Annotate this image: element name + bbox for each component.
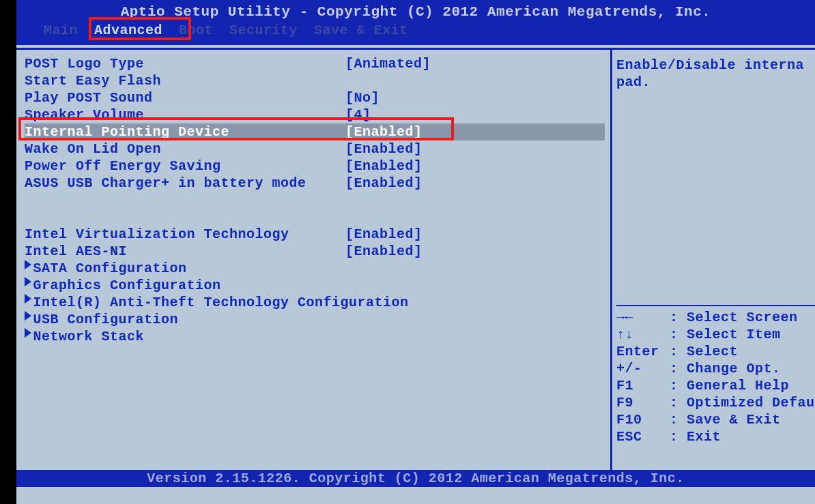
title-bar: Aptio Setup Utility - Copyright (C) 2012… [16,0,815,45]
help-key-row: →←: Select Screen [616,309,815,326]
setting-value: [Enabled] [345,175,423,192]
footer-bar: Version 2.15.1226. Copyright (C) 2012 Am… [16,470,815,487]
help-key-desc: : Select Screen [670,309,798,326]
setting-label: Intel AES-NI [25,243,345,260]
help-key: F9 [616,394,670,411]
title-text: Aptio Setup Utility - Copyright (C) 2012… [16,3,815,20]
help-description: Enable/Disable interna pad. [612,50,815,91]
help-key: →← [616,309,670,326]
help-key: ESC [616,428,670,445]
menu-save-exit[interactable]: Save & Exit [306,21,416,40]
help-key-desc: : Exit [670,428,721,445]
help-key: F1 [616,377,670,394]
help-key-row: Enter: Select [616,343,815,360]
help-key-row: F1: General Help [616,377,815,394]
setting-label: Speaker Volume [25,106,345,123]
setting-label: Power Off Energy Saving [25,158,345,175]
setting-row-usb-configuration[interactable]: USB Configuration [25,311,605,328]
help-key-row: F10: Save & Exit [616,411,815,428]
setting-label: Internal Pointing Device [25,123,345,140]
footer-text: Version 2.15.1226. Copyright (C) 2012 Am… [147,471,685,486]
help-key-desc: : Change Opt. [670,360,781,377]
menu-advanced[interactable]: Advanced [86,21,171,40]
menu-boot[interactable]: Boot [171,21,221,40]
setting-row-power-off-energy-saving[interactable]: Power Off Energy Saving[Enabled] [25,158,605,175]
setting-label: Play POST Sound [25,89,345,106]
setting-row-speaker-volume[interactable]: Speaker Volume[4] [25,106,605,123]
setting-value: [No] [345,89,380,106]
setting-label: Intel Virtualization Technology [25,226,345,243]
help-key-row: F9: Optimized Defaul [616,394,815,411]
setting-label: SATA Configuration [25,260,345,277]
setting-label: Network Stack [25,328,345,345]
setting-label: Graphics Configuration [25,277,345,294]
setting-row-internal-pointing-device[interactable]: Internal Pointing Device[Enabled] [25,123,605,140]
menu-bar: Main Advanced Boot Security Save & Exit [16,21,815,40]
help-line-1: Enable/Disable interna [616,57,804,73]
setting-row-network-stack[interactable]: Network Stack [25,328,605,345]
help-key-row: ESC: Exit [616,428,815,445]
menu-security[interactable]: Security [221,21,306,40]
setting-row-graphics-configuration[interactable]: Graphics Configuration [25,277,605,294]
help-key: +/- [616,360,670,377]
settings-panel: POST Logo Type[Animated]Start Easy Flash… [16,48,610,487]
help-key-desc: : General Help [670,377,789,394]
setting-row-start-easy-flash[interactable]: Start Easy Flash [25,72,605,89]
setting-label: ASUS USB Charger+ in battery mode [25,175,345,192]
setting-label: Intel(R) Anti-Theft Technology Configura… [25,294,345,311]
help-line-2: pad. [616,74,650,90]
help-key-desc: : Optimized Defaul [670,394,815,411]
setting-row-wake-on-lid-open[interactable]: Wake On Lid Open[Enabled] [25,140,605,158]
menu-main[interactable]: Main [35,21,86,40]
setting-row-post-logo-type[interactable]: POST Logo Type[Animated] [25,55,605,72]
setting-value: [4] [345,106,371,123]
setting-label: Wake On Lid Open [25,140,345,158]
setting-label: POST Logo Type [25,55,345,72]
setting-label: USB Configuration [25,311,345,328]
bios-screen: Aptio Setup Utility - Copyright (C) 2012… [16,0,815,504]
spacer [25,192,605,209]
setting-value: [Enabled] [345,140,423,158]
help-key-row: ↑↓: Select Item [616,326,815,343]
spacer [25,209,605,226]
setting-label: Start Easy Flash [25,72,345,89]
setting-row-intel-r-anti-theft-technology-configuration[interactable]: Intel(R) Anti-Theft Technology Configura… [25,294,605,311]
help-keys: →←: Select Screen↑↓: Select ItemEnter: S… [616,305,815,445]
setting-value: [Enabled] [345,158,423,175]
setting-row-intel-aes-ni[interactable]: Intel AES-NI[Enabled] [25,243,605,260]
help-panel: Enable/Disable interna pad. →←: Select S… [610,48,815,487]
help-key: Enter [616,343,670,360]
help-key: F10 [616,411,670,428]
setting-row-intel-virtualization-technology[interactable]: Intel Virtualization Technology[Enabled] [25,226,605,243]
setting-value: [Enabled] [345,123,423,140]
setting-row-asus-usb-charger-in-battery-mode[interactable]: ASUS USB Charger+ in battery mode[Enable… [25,175,605,192]
help-key: ↑↓ [616,326,670,343]
help-key-desc: : Select [670,343,738,360]
content-panels: POST Logo Type[Animated]Start Easy Flash… [16,45,815,487]
help-key-desc: : Save & Exit [670,411,781,428]
setting-value: [Enabled] [345,243,423,260]
setting-row-play-post-sound[interactable]: Play POST Sound[No] [25,89,605,106]
help-key-row: +/-: Change Opt. [616,360,815,377]
help-key-desc: : Select Item [670,326,781,343]
setting-value: [Enabled] [345,226,423,243]
setting-row-sata-configuration[interactable]: SATA Configuration [25,260,605,277]
setting-value: [Animated] [345,55,431,72]
